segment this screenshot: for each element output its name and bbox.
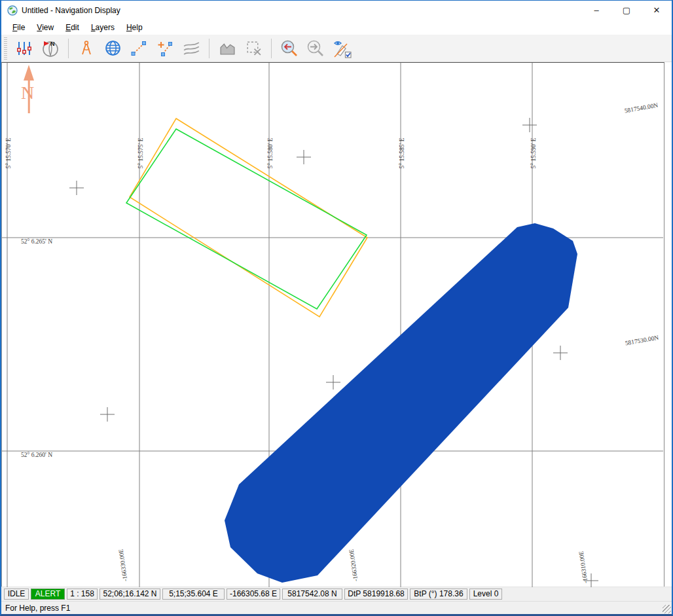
svg-text:5° 15.570' E: 5° 15.570' E <box>5 137 12 168</box>
map-canvas[interactable]: 5° 15.570' E5° 15.575' E5° 15.580' E5° 1… <box>2 63 663 587</box>
clear-selection-button[interactable] <box>242 37 265 60</box>
map-area: 5° 15.570' E5° 15.575' E5° 15.580' E5° 1… <box>1 62 664 587</box>
app-globe-icon <box>7 5 18 16</box>
toolbar-separator <box>68 39 69 58</box>
svg-text:-166320.00E: -166320.00E <box>348 549 359 581</box>
distance-tool-button[interactable] <box>75 37 98 60</box>
status-alert: ALERT <box>31 589 65 600</box>
northing-labels: 5817540.00N5817530.00N <box>624 102 659 347</box>
status-scale: 1 : 158 <box>67 589 98 600</box>
svg-text:52° 6.265' N: 52° 6.265' N <box>21 238 52 245</box>
menu-file[interactable]: File <box>7 21 31 34</box>
svg-text:5° 15.575' E: 5° 15.575' E <box>137 137 144 168</box>
add-vertex-button[interactable] <box>153 37 177 60</box>
compass-icon: N <box>41 39 60 58</box>
close-button[interactable]: ✕ <box>642 1 672 20</box>
globe-button[interactable] <box>101 37 124 60</box>
waves-icon <box>183 39 200 57</box>
divider-compass-icon <box>78 40 95 57</box>
status-bar: IDLE ALERT 1 : 158 52;06;16.142 N 5;15;3… <box>1 587 672 601</box>
zoom-next-icon <box>306 39 325 58</box>
toolbar-separator <box>209 39 209 58</box>
view-edit-checkbox-icon <box>332 39 352 58</box>
title-bar: Untitled - Navigation Display – ▢ ✕ <box>1 1 672 20</box>
contour-lines-button[interactable] <box>179 37 203 60</box>
svg-text:5° 15.590' E: 5° 15.590' E <box>530 137 537 168</box>
svg-text:5° 15.585' E: 5° 15.585' E <box>399 137 405 168</box>
plan-outline-green <box>126 129 367 309</box>
svg-text:5817530.00N: 5817530.00N <box>625 335 659 347</box>
status-level: Level 0 <box>469 589 502 600</box>
easting-labels: -166330.00E-166320.00E-166310.00E <box>118 549 589 583</box>
menu-edit[interactable]: Edit <box>60 21 85 34</box>
add-vertex-icon <box>156 40 173 57</box>
zoom-previous-icon <box>280 39 299 58</box>
status-mode: IDLE <box>4 589 29 600</box>
help-bar: For Help, press F1 <box>1 601 672 614</box>
svg-text:N: N <box>21 82 34 103</box>
area-chart-icon <box>219 39 236 57</box>
app-window: Untitled - Navigation Display – ▢ ✕ File… <box>0 0 673 616</box>
menu-layers[interactable]: Layers <box>85 21 120 34</box>
help-text: For Help, press F1 <box>5 604 70 613</box>
svg-text:N: N <box>50 41 55 47</box>
deselect-icon <box>245 39 263 57</box>
status-dtp: DtP 5819918.68 <box>344 589 408 600</box>
view-options-button[interactable] <box>330 37 354 60</box>
area-chart-button[interactable] <box>215 37 239 60</box>
svg-text:-166310.00E: -166310.00E <box>578 551 589 583</box>
svg-text:-166330.00E: -166330.00E <box>118 549 129 581</box>
svg-text:5° 15.580' E: 5° 15.580' E <box>267 137 274 168</box>
status-btp: BtP (°) 178.36 <box>410 589 467 600</box>
status-longitude: 5;15;35.604 E <box>162 589 225 600</box>
compass-button[interactable]: N <box>39 37 62 60</box>
sliders-icon <box>16 40 33 57</box>
next-view-button[interactable] <box>304 37 327 60</box>
menu-bar: File View Edit Layers Help <box>1 20 672 35</box>
status-northing: 5817542.08 N <box>282 589 342 600</box>
status-latitude: 52;06;16.142 N <box>100 589 160 600</box>
measure-line-icon <box>130 40 147 57</box>
svg-text:5817540.00N: 5817540.00N <box>624 102 659 115</box>
toolbar: N <box>1 35 672 62</box>
menu-view[interactable]: View <box>31 21 60 34</box>
measure-line-button[interactable] <box>127 37 151 60</box>
globe-icon <box>104 39 122 57</box>
display-settings-button[interactable] <box>12 37 36 60</box>
svg-text:52° 6.260' N: 52° 6.260' N <box>21 452 52 458</box>
maximize-button[interactable]: ▢ <box>611 1 642 20</box>
status-easting: -166305.68 E <box>227 589 280 600</box>
minimize-button[interactable]: – <box>581 1 611 20</box>
toolbar-separator <box>271 39 272 58</box>
previous-view-button[interactable] <box>278 37 301 60</box>
longitude-labels: 5° 15.570' E5° 15.575' E5° 15.580' E5° 1… <box>5 137 537 168</box>
north-arrow: N <box>21 65 34 113</box>
menu-help[interactable]: Help <box>120 21 149 34</box>
toolbar-grip[interactable] <box>4 37 7 60</box>
window-title: Untitled - Navigation Display <box>22 6 120 15</box>
latitude-labels: 52° 6.265' N52° 6.260' N <box>21 238 52 458</box>
resize-grip[interactable] <box>663 605 671 613</box>
